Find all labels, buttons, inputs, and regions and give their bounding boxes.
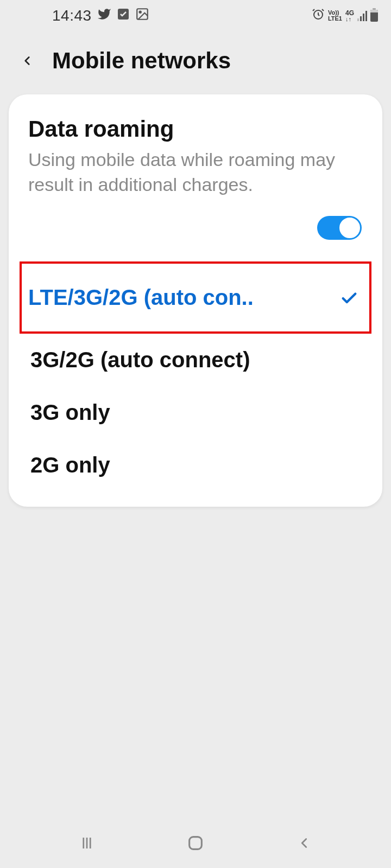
page-title: Mobile networks: [52, 48, 231, 74]
status-time: 14:43: [52, 7, 92, 24]
chevron-left-icon: [296, 835, 312, 851]
check-icon: [340, 288, 358, 307]
nav-back-button[interactable]: [292, 831, 317, 856]
network-mode-lte-3g-2g[interactable]: LTE/3G/2G (auto con..: [20, 261, 371, 334]
option-label: 3G/2G (auto connect): [30, 348, 250, 372]
header: Mobile networks: [0, 31, 391, 94]
battery-icon: [370, 10, 378, 22]
network-mode-2g-only[interactable]: 2G only: [28, 439, 363, 492]
svg-rect-7: [190, 837, 202, 850]
toggle-knob: [338, 216, 361, 239]
network-mode-options: LTE/3G/2G (auto con.. 3G/2G (auto connec…: [28, 261, 363, 492]
option-label: 2G only: [30, 453, 110, 477]
status-left: 14:43: [52, 7, 149, 25]
data-roaming-section[interactable]: Data roaming Using mobile data while roa…: [28, 116, 363, 240]
image-icon: [135, 7, 149, 25]
svg-point-2: [139, 11, 141, 12]
network-label: Vo)) LTE1: [328, 10, 342, 22]
data-roaming-title: Data roaming: [28, 116, 363, 142]
recents-icon: [79, 835, 95, 851]
chevron-left-icon: [20, 50, 34, 72]
status-bar: 14:43 Vo)) LTE1 4G ↓↑: [0, 0, 391, 31]
status-right: Vo)) LTE1 4G ↓↑: [312, 8, 378, 24]
navigation-bar: [0, 826, 391, 868]
signal-icon: [357, 10, 367, 21]
home-icon: [186, 834, 205, 852]
back-button[interactable]: [16, 50, 38, 72]
twitter-icon: [97, 7, 111, 25]
network-mode-3g-only[interactable]: 3G only: [28, 386, 363, 439]
home-button[interactable]: [183, 831, 208, 856]
recents-button[interactable]: [74, 831, 99, 856]
option-label: LTE/3G/2G (auto con..: [28, 285, 254, 310]
option-label: 3G only: [30, 400, 110, 425]
network-mode-3g-2g[interactable]: 3G/2G (auto connect): [28, 334, 363, 386]
data-roaming-toggle[interactable]: [317, 216, 362, 240]
settings-card: Data roaming Using mobile data while roa…: [9, 94, 382, 507]
data-roaming-description: Using mobile data while roaming may resu…: [28, 148, 363, 197]
checkbox-icon: [117, 8, 130, 24]
network-gen: 4G ↓↑: [345, 10, 354, 22]
alarm-icon: [312, 8, 325, 24]
